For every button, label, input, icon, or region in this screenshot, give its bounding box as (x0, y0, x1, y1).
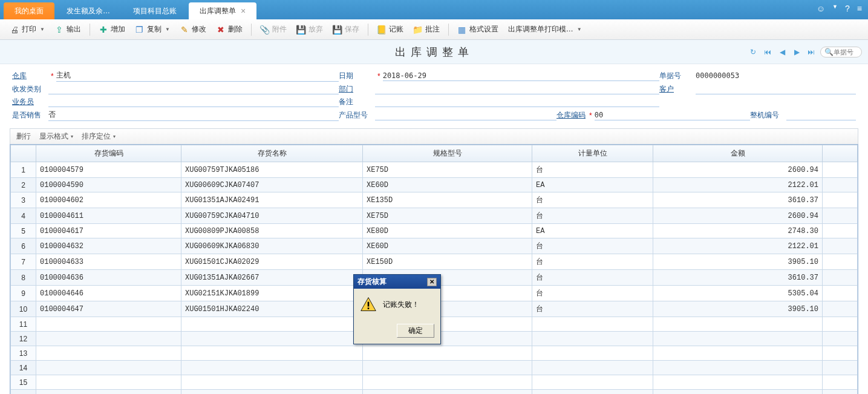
cell-spec[interactable] (363, 390, 532, 395)
cell-unit[interactable] (532, 346, 653, 361)
cell-spec[interactable]: XE75D (363, 162, 532, 178)
cell-name[interactable]: XUG00759CJKA04710 (181, 208, 363, 224)
cell-unit[interactable]: 台 (532, 238, 653, 254)
display-format-button[interactable]: 显示格式▾ (39, 131, 73, 142)
dept-value[interactable] (375, 85, 659, 94)
cell-amount[interactable]: 2600.94 (653, 162, 823, 178)
date-value[interactable]: 2018-06-29 (383, 71, 659, 81)
cell-name[interactable] (181, 390, 363, 395)
cell-amount[interactable]: 2600.94 (653, 208, 823, 224)
whcode-label[interactable]: 仓库编码 (556, 110, 586, 120)
cell-name[interactable]: XUG01501CJKA02029 (181, 254, 363, 270)
help-icon[interactable]: ? (845, 4, 850, 13)
sort-button[interactable]: 排序定位▾ (82, 131, 116, 142)
cell-name[interactable]: XUG00609CJKA07407 (181, 178, 363, 192)
col-spec[interactable]: 规格型号 (363, 145, 532, 162)
cell-unit[interactable] (532, 390, 653, 395)
cell-unit[interactable]: 台 (532, 286, 653, 301)
cell-extra[interactable] (823, 192, 858, 208)
cell-unit[interactable]: 台 (532, 254, 653, 270)
post-button[interactable]: 📒记账 (373, 22, 407, 36)
cell-extra[interactable] (823, 178, 858, 192)
cell-code[interactable]: 0100004602 (36, 192, 181, 208)
cell-extra[interactable] (823, 286, 858, 301)
iotype-value[interactable] (48, 85, 339, 94)
cell-unit[interactable]: EA (532, 224, 653, 238)
cell-amount[interactable] (653, 346, 823, 361)
cell-amount[interactable] (653, 332, 823, 346)
delrow-button[interactable]: 删行 (16, 131, 31, 142)
cell-unit[interactable] (532, 317, 653, 332)
table-row[interactable]: 15 (11, 375, 858, 390)
col-amount[interactable]: 金额 (653, 145, 823, 162)
customer-label[interactable]: 客户 (659, 84, 696, 94)
template-button[interactable]: 出库调整单打印模…▼ (504, 22, 586, 36)
cell-amount[interactable] (653, 361, 823, 375)
cell-spec[interactable]: XE150D (363, 254, 532, 270)
cell-name[interactable] (181, 317, 363, 332)
customer-value[interactable] (696, 85, 856, 94)
model-value[interactable] (375, 111, 556, 120)
format-button[interactable]: ▦格式设置 (454, 22, 502, 36)
cell-amount[interactable] (653, 375, 823, 390)
col-rownum[interactable] (11, 145, 36, 162)
cell-extra[interactable] (823, 301, 858, 317)
cell-name[interactable] (181, 361, 363, 375)
cell-extra[interactable] (823, 208, 858, 224)
tab-balance[interactable]: 发生额及余… (56, 2, 121, 19)
cell-spec[interactable]: XE75D (363, 208, 532, 224)
cell-spec[interactable]: XE80D (363, 224, 532, 238)
cell-name[interactable]: XUG01351AJKA02667 (181, 270, 363, 286)
whcode-value[interactable]: 00 (595, 111, 750, 120)
col-unit[interactable]: 计量单位 (532, 145, 653, 162)
cell-name[interactable] (181, 332, 363, 346)
cell-spec[interactable]: XE60D (363, 238, 532, 254)
warehouse-value[interactable]: 主机 (56, 70, 339, 82)
cell-amount[interactable]: 2748.30 (653, 224, 823, 238)
cell-extra[interactable] (823, 361, 858, 375)
cell-code[interactable] (36, 375, 181, 390)
search-box[interactable]: 🔍 (820, 47, 862, 57)
cell-code[interactable]: 0100004632 (36, 238, 181, 254)
cell-unit[interactable]: 台 (532, 270, 653, 286)
cell-amount[interactable]: 3905.10 (653, 301, 823, 317)
dialog-titlebar[interactable]: 存货核算 ✕ (354, 275, 440, 289)
table-row[interactable]: 70100004633XUG01501CJKA02029XE150D台3905.… (11, 254, 858, 270)
cell-extra[interactable] (823, 375, 858, 390)
operator-label[interactable]: 业务员 (12, 97, 48, 107)
cell-spec[interactable]: XE60D (363, 178, 532, 192)
smile-icon[interactable]: ☺ (817, 4, 825, 13)
copy-button[interactable]: ❐复制▼ (131, 22, 174, 36)
cell-name[interactable]: XUG02151KJKA01899 (181, 286, 363, 301)
cell-extra[interactable] (823, 346, 858, 361)
cell-extra[interactable] (823, 390, 858, 395)
cell-amount[interactable]: 3610.37 (653, 270, 823, 286)
issale-value[interactable]: 否 (48, 110, 339, 121)
add-button[interactable]: ✚增加 (95, 22, 129, 36)
cell-code[interactable]: 0100004579 (36, 162, 181, 178)
cell-amount[interactable]: 3610.37 (653, 192, 823, 208)
remark-value[interactable] (375, 97, 659, 107)
table-row[interactable]: 20100004590XUG00609CJKA07407XE60DEA2122.… (11, 178, 858, 192)
dept-label[interactable]: 部门 (339, 84, 375, 94)
last-icon[interactable]: ⏭ (806, 47, 817, 57)
cell-extra[interactable] (823, 162, 858, 178)
export-button[interactable]: ⇪输出 (51, 22, 85, 36)
operator-value[interactable] (48, 97, 339, 107)
cell-extra[interactable] (823, 238, 858, 254)
cell-name[interactable]: XUG00809PJKA00858 (181, 224, 363, 238)
cell-extra[interactable] (823, 332, 858, 346)
col-extra[interactable] (823, 145, 858, 162)
first-icon[interactable]: ⏮ (762, 47, 773, 57)
edit-button[interactable]: ✎修改 (176, 22, 210, 36)
cell-code[interactable] (36, 346, 181, 361)
close-icon[interactable]: × (241, 6, 246, 16)
cell-spec[interactable] (363, 375, 532, 390)
cell-unit[interactable] (532, 361, 653, 375)
cell-extra[interactable] (823, 254, 858, 270)
cell-code[interactable]: 0100004636 (36, 270, 181, 286)
cell-code[interactable] (36, 332, 181, 346)
delete-button[interactable]: ✖删除 (212, 22, 246, 36)
tab-desktop[interactable]: 我的桌面 (4, 2, 54, 19)
cell-code[interactable]: 0100004590 (36, 178, 181, 192)
